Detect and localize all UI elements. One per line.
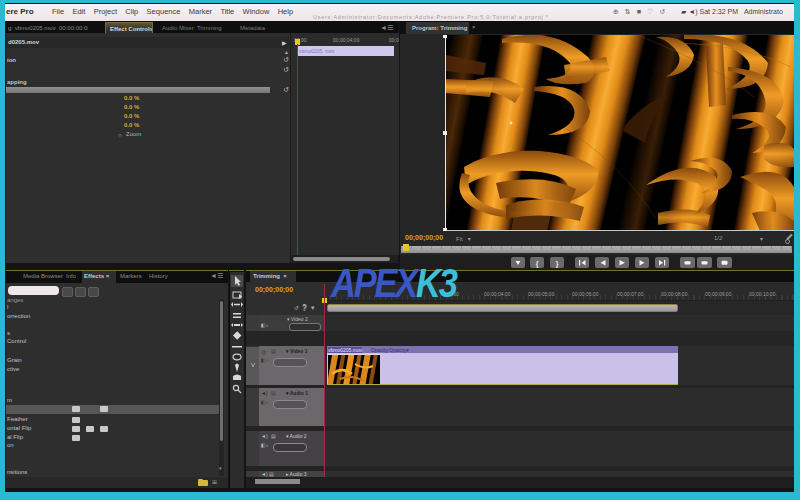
svg-text:{: { bbox=[536, 260, 539, 268]
svg-text:}: } bbox=[556, 260, 559, 268]
